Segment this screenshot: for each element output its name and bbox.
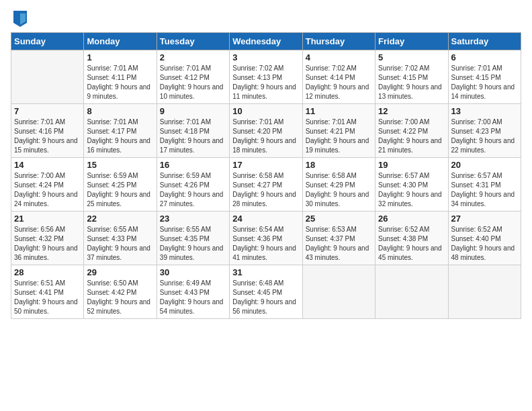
day-number: 28 bbox=[14, 267, 81, 277]
calendar-cell bbox=[302, 265, 375, 319]
calendar-cell: 24Sunrise: 6:54 AMSunset: 4:36 PMDayligh… bbox=[230, 212, 302, 265]
cell-details: Sunrise: 6:52 AMSunset: 4:40 PMDaylight:… bbox=[451, 225, 518, 263]
day-number: 18 bbox=[306, 160, 372, 170]
weekday-header-sunday: Sunday bbox=[11, 33, 84, 50]
day-number: 8 bbox=[87, 106, 153, 116]
weekday-header-thursday: Thursday bbox=[302, 33, 375, 50]
cell-details: Sunrise: 6:50 AMSunset: 4:42 PMDaylight:… bbox=[87, 279, 153, 316]
cell-details: Sunrise: 7:01 AMSunset: 4:11 PMDaylight:… bbox=[87, 64, 153, 101]
calendar-cell: 6Sunrise: 7:01 AMSunset: 4:15 PMDaylight… bbox=[448, 50, 521, 104]
weekday-header-row: SundayMondayTuesdayWednesdayThursdayFrid… bbox=[11, 33, 521, 50]
cell-details: Sunrise: 6:49 AMSunset: 4:43 PMDaylight:… bbox=[160, 279, 226, 316]
page-container: SundayMondayTuesdayWednesdayThursdayFrid… bbox=[0, 0, 532, 324]
calendar-table: SundayMondayTuesdayWednesdayThursdayFrid… bbox=[11, 32, 521, 319]
calendar-week-3: 14Sunrise: 7:00 AMSunset: 4:24 PMDayligh… bbox=[11, 158, 521, 212]
calendar-cell: 31Sunrise: 6:48 AMSunset: 4:45 PMDayligh… bbox=[230, 265, 302, 319]
calendar-cell: 10Sunrise: 7:01 AMSunset: 4:20 PMDayligh… bbox=[230, 104, 302, 158]
day-number: 7 bbox=[14, 106, 81, 116]
cell-details: Sunrise: 6:55 AMSunset: 4:35 PMDaylight:… bbox=[160, 225, 226, 263]
day-number: 19 bbox=[378, 160, 445, 170]
calendar-cell: 4Sunrise: 7:02 AMSunset: 4:14 PMDaylight… bbox=[302, 50, 375, 104]
day-number: 20 bbox=[451, 160, 518, 170]
calendar-cell: 8Sunrise: 7:01 AMSunset: 4:17 PMDaylight… bbox=[84, 104, 157, 158]
day-number: 10 bbox=[232, 106, 299, 116]
calendar-cell: 28Sunrise: 6:51 AMSunset: 4:41 PMDayligh… bbox=[11, 265, 84, 319]
cell-details: Sunrise: 6:59 AMSunset: 4:26 PMDaylight:… bbox=[160, 171, 226, 209]
calendar-cell: 11Sunrise: 7:01 AMSunset: 4:21 PMDayligh… bbox=[302, 104, 375, 158]
day-number: 31 bbox=[232, 267, 299, 277]
calendar-cell: 29Sunrise: 6:50 AMSunset: 4:42 PMDayligh… bbox=[84, 265, 157, 319]
cell-details: Sunrise: 6:58 AMSunset: 4:29 PMDaylight:… bbox=[306, 171, 372, 209]
day-number: 21 bbox=[14, 214, 81, 224]
calendar-cell: 13Sunrise: 7:00 AMSunset: 4:23 PMDayligh… bbox=[448, 104, 521, 158]
day-number: 6 bbox=[451, 52, 518, 62]
day-number: 1 bbox=[87, 52, 153, 62]
day-number: 27 bbox=[451, 214, 518, 224]
calendar-cell: 30Sunrise: 6:49 AMSunset: 4:43 PMDayligh… bbox=[157, 265, 229, 319]
calendar-cell: 1Sunrise: 7:01 AMSunset: 4:11 PMDaylight… bbox=[84, 50, 157, 104]
cell-details: Sunrise: 7:01 AMSunset: 4:20 PMDaylight:… bbox=[232, 118, 299, 155]
calendar-cell bbox=[375, 265, 448, 319]
header bbox=[11, 11, 521, 27]
logo bbox=[11, 11, 27, 27]
cell-details: Sunrise: 7:01 AMSunset: 4:15 PMDaylight:… bbox=[451, 64, 518, 101]
weekday-header-saturday: Saturday bbox=[448, 33, 521, 50]
cell-details: Sunrise: 7:00 AMSunset: 4:23 PMDaylight:… bbox=[451, 118, 518, 155]
cell-details: Sunrise: 7:01 AMSunset: 4:21 PMDaylight:… bbox=[306, 118, 372, 155]
calendar-cell: 17Sunrise: 6:58 AMSunset: 4:27 PMDayligh… bbox=[230, 158, 302, 212]
cell-details: Sunrise: 7:02 AMSunset: 4:14 PMDaylight:… bbox=[306, 64, 372, 101]
cell-details: Sunrise: 6:51 AMSunset: 4:41 PMDaylight:… bbox=[14, 279, 81, 316]
calendar-cell: 14Sunrise: 7:00 AMSunset: 4:24 PMDayligh… bbox=[11, 158, 84, 212]
day-number: 2 bbox=[160, 52, 226, 62]
weekday-header-friday: Friday bbox=[375, 33, 448, 50]
cell-details: Sunrise: 6:56 AMSunset: 4:32 PMDaylight:… bbox=[14, 225, 81, 263]
day-number: 24 bbox=[232, 214, 299, 224]
day-number: 3 bbox=[232, 52, 299, 62]
cell-details: Sunrise: 6:55 AMSunset: 4:33 PMDaylight:… bbox=[87, 225, 153, 263]
calendar-cell: 22Sunrise: 6:55 AMSunset: 4:33 PMDayligh… bbox=[84, 212, 157, 265]
calendar-week-5: 28Sunrise: 6:51 AMSunset: 4:41 PMDayligh… bbox=[11, 265, 521, 319]
cell-details: Sunrise: 7:01 AMSunset: 4:16 PMDaylight:… bbox=[14, 118, 81, 155]
calendar-cell: 25Sunrise: 6:53 AMSunset: 4:37 PMDayligh… bbox=[302, 212, 375, 265]
calendar-cell: 7Sunrise: 7:01 AMSunset: 4:16 PMDaylight… bbox=[11, 104, 84, 158]
day-number: 15 bbox=[87, 160, 153, 170]
cell-details: Sunrise: 6:54 AMSunset: 4:36 PMDaylight:… bbox=[232, 225, 299, 263]
day-number: 12 bbox=[378, 106, 445, 116]
day-number: 22 bbox=[87, 214, 153, 224]
calendar-cell: 5Sunrise: 7:02 AMSunset: 4:15 PMDaylight… bbox=[375, 50, 448, 104]
calendar-cell: 19Sunrise: 6:57 AMSunset: 4:30 PMDayligh… bbox=[375, 158, 448, 212]
day-number: 11 bbox=[306, 106, 372, 116]
cell-details: Sunrise: 7:02 AMSunset: 4:13 PMDaylight:… bbox=[232, 64, 299, 101]
cell-details: Sunrise: 7:01 AMSunset: 4:18 PMDaylight:… bbox=[160, 118, 226, 155]
calendar-cell: 12Sunrise: 7:00 AMSunset: 4:22 PMDayligh… bbox=[375, 104, 448, 158]
calendar-cell: 23Sunrise: 6:55 AMSunset: 4:35 PMDayligh… bbox=[157, 212, 229, 265]
calendar-cell: 18Sunrise: 6:58 AMSunset: 4:29 PMDayligh… bbox=[302, 158, 375, 212]
cell-details: Sunrise: 6:57 AMSunset: 4:31 PMDaylight:… bbox=[451, 171, 518, 209]
weekday-header-monday: Monday bbox=[84, 33, 157, 50]
cell-details: Sunrise: 6:48 AMSunset: 4:45 PMDaylight:… bbox=[232, 279, 299, 316]
calendar-week-4: 21Sunrise: 6:56 AMSunset: 4:32 PMDayligh… bbox=[11, 212, 521, 265]
cell-details: Sunrise: 6:57 AMSunset: 4:30 PMDaylight:… bbox=[378, 171, 445, 209]
cell-details: Sunrise: 7:00 AMSunset: 4:22 PMDaylight:… bbox=[378, 118, 445, 155]
day-number: 25 bbox=[306, 214, 372, 224]
day-number: 4 bbox=[306, 52, 372, 62]
day-number: 5 bbox=[378, 52, 445, 62]
calendar-cell: 20Sunrise: 6:57 AMSunset: 4:31 PMDayligh… bbox=[448, 158, 521, 212]
calendar-cell: 15Sunrise: 6:59 AMSunset: 4:25 PMDayligh… bbox=[84, 158, 157, 212]
calendar-cell: 21Sunrise: 6:56 AMSunset: 4:32 PMDayligh… bbox=[11, 212, 84, 265]
day-number: 17 bbox=[232, 160, 299, 170]
logo-icon bbox=[13, 11, 27, 27]
calendar-cell bbox=[448, 265, 521, 319]
calendar-cell bbox=[11, 50, 84, 104]
cell-details: Sunrise: 6:53 AMSunset: 4:37 PMDaylight:… bbox=[306, 225, 372, 263]
day-number: 14 bbox=[14, 160, 81, 170]
weekday-header-tuesday: Tuesday bbox=[157, 33, 229, 50]
calendar-cell: 26Sunrise: 6:52 AMSunset: 4:38 PMDayligh… bbox=[375, 212, 448, 265]
cell-details: Sunrise: 7:02 AMSunset: 4:15 PMDaylight:… bbox=[378, 64, 445, 101]
day-number: 16 bbox=[160, 160, 226, 170]
cell-details: Sunrise: 7:00 AMSunset: 4:24 PMDaylight:… bbox=[14, 171, 81, 209]
day-number: 13 bbox=[451, 106, 518, 116]
cell-details: Sunrise: 7:01 AMSunset: 4:17 PMDaylight:… bbox=[87, 118, 153, 155]
day-number: 30 bbox=[160, 267, 226, 277]
cell-details: Sunrise: 6:59 AMSunset: 4:25 PMDaylight:… bbox=[87, 171, 153, 209]
